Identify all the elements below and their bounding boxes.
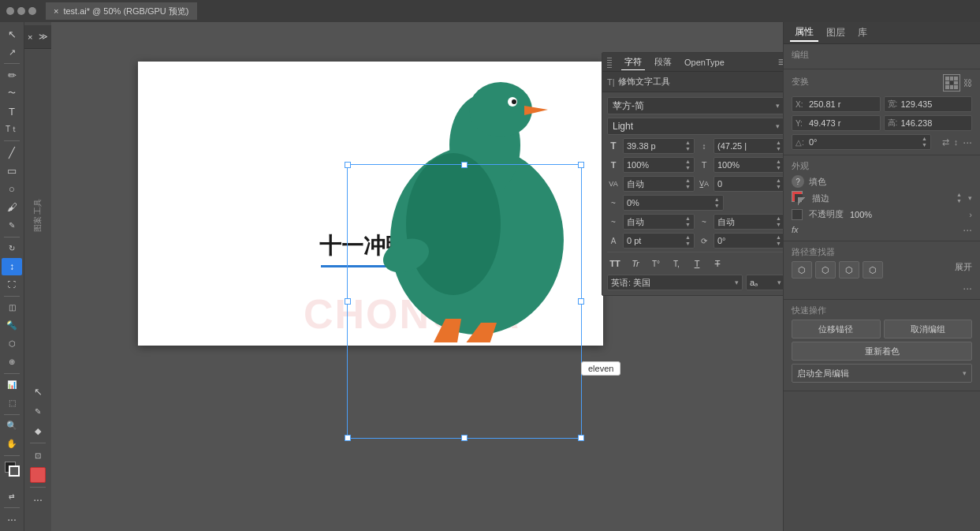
position-btn[interactable]: 位移锚径 bbox=[792, 320, 881, 338]
select-tool[interactable]: ↖ bbox=[2, 25, 22, 43]
baseline-input[interactable]: 0 pt ▲ ▼ bbox=[623, 233, 695, 249]
reflect-tool[interactable]: ↕ bbox=[2, 258, 22, 275]
swap-fill-stroke[interactable]: ⇄ bbox=[2, 488, 22, 505]
auto2-input[interactable]: 自动 ▲ ▼ bbox=[714, 214, 783, 230]
modify-tool-label[interactable]: 修饰文字工具 bbox=[618, 76, 670, 88]
secondary-more[interactable]: ··· bbox=[28, 490, 48, 509]
stroke-up[interactable]: ▲ bbox=[956, 192, 962, 198]
ellipse-tool[interactable]: ○ bbox=[2, 180, 22, 197]
fx-label[interactable]: fx bbox=[792, 225, 799, 234]
blend-tool[interactable]: ⬡ bbox=[2, 335, 22, 353]
font-size-input[interactable]: 39.38 p ▲ ▼ bbox=[623, 138, 695, 154]
leading-down-arrow[interactable]: ▼ bbox=[776, 146, 781, 152]
kerning-input[interactable]: 0 ▲ ▼ bbox=[714, 176, 783, 192]
secondary-view[interactable]: ⊡ bbox=[28, 446, 48, 465]
kerning-down[interactable]: ▼ bbox=[776, 184, 781, 190]
path-unite-btn[interactable]: ⬡ bbox=[792, 261, 812, 279]
handle-bl[interactable] bbox=[345, 435, 351, 441]
type-tool[interactable]: T bbox=[2, 103, 22, 120]
rot-up[interactable]: ▲ bbox=[922, 136, 927, 142]
path-intersect-btn[interactable]: ⬡ bbox=[839, 261, 859, 279]
tab-character[interactable]: 字符 bbox=[621, 54, 645, 70]
link-icon[interactable]: ⛓ bbox=[963, 78, 972, 88]
global-edit-btn[interactable]: 启动全局编辑 ▾ bbox=[792, 364, 972, 383]
secondary-edit[interactable]: ✎ bbox=[28, 402, 48, 421]
panel-close-icon[interactable]: × bbox=[28, 32, 32, 42]
canvas-area[interactable]: 十一冲鸭 CHONGYA bbox=[51, 22, 783, 531]
rect-tool[interactable]: ▭ bbox=[2, 162, 22, 179]
pen-tool[interactable]: ✏ bbox=[2, 66, 22, 84]
reflect-v-icon[interactable]: ↕ bbox=[954, 137, 959, 147]
y-field[interactable]: Y: 49.473 r bbox=[792, 115, 881, 131]
transform-more-icon[interactable]: ··· bbox=[963, 136, 972, 148]
recolor-btn[interactable]: 重新着色 bbox=[792, 342, 972, 361]
kerning-up[interactable]: ▲ bbox=[776, 178, 781, 184]
vscale-down[interactable]: ▼ bbox=[776, 165, 781, 171]
direct-select-tool[interactable]: ↗ bbox=[2, 43, 22, 61]
tab-paragraph[interactable]: 段落 bbox=[651, 54, 675, 69]
rotate-input[interactable]: 0° ▲ ▼ bbox=[714, 233, 783, 249]
window-controls[interactable] bbox=[6, 7, 36, 15]
tab-close-icon[interactable]: × bbox=[54, 6, 58, 16]
v-scale-input[interactable]: 100% ▲ ▼ bbox=[714, 157, 783, 173]
size-down-arrow[interactable]: ▼ bbox=[685, 146, 691, 152]
rotate-tool[interactable]: ↻ bbox=[2, 239, 22, 256]
scale-tool[interactable]: ⛶ bbox=[2, 276, 22, 294]
handle-bc[interactable] bbox=[461, 435, 468, 441]
width-field[interactable]: 宽: 129.435 bbox=[884, 96, 973, 112]
rtab-layers[interactable]: 图层 bbox=[822, 24, 850, 41]
panel-header[interactable]: 字符 段落 OpenType ≡ bbox=[602, 53, 783, 72]
style-tr-btn[interactable]: Tr bbox=[628, 256, 643, 271]
rtab-library[interactable]: 库 bbox=[853, 24, 872, 41]
font-family-select[interactable]: 苹方-简 ▾ bbox=[607, 97, 783, 114]
panel-expand-icon[interactable]: ≫ bbox=[39, 32, 48, 42]
close-dot[interactable] bbox=[6, 7, 14, 15]
tracking-input[interactable]: 自动 ▲ ▼ bbox=[623, 176, 695, 192]
path-minus-btn[interactable]: ⬡ bbox=[815, 261, 836, 279]
language-select[interactable]: 英语: 美国 ▾ bbox=[607, 275, 743, 290]
pathfinder-expand-label[interactable]: 展开 bbox=[955, 261, 972, 279]
tracking-up[interactable]: ▲ bbox=[685, 178, 691, 184]
secondary-anchor[interactable]: ◆ bbox=[28, 421, 48, 440]
pencil-tool[interactable]: ✎ bbox=[2, 216, 22, 234]
minimize-dot[interactable] bbox=[17, 7, 25, 15]
artboard-tool[interactable]: ⬚ bbox=[2, 395, 22, 412]
height-field[interactable]: 高: 146.238 bbox=[884, 115, 973, 131]
curvature-tool[interactable]: 〜 bbox=[2, 84, 22, 102]
percent-input[interactable]: 0% ▲ ▼ bbox=[623, 195, 724, 211]
hscale-down[interactable]: ▼ bbox=[685, 165, 691, 171]
panel-menu-icon[interactable]: ≡ bbox=[778, 55, 783, 69]
secondary-select[interactable]: ↖ bbox=[28, 382, 48, 401]
rtab-properties[interactable]: 属性 bbox=[790, 24, 818, 42]
touch-type-tool[interactable]: Tｔ bbox=[2, 121, 22, 138]
brush-tool[interactable]: 🖌 bbox=[2, 198, 22, 215]
h-scale-input[interactable]: 100% ▲ ▼ bbox=[623, 157, 695, 173]
opacity-expand[interactable]: › bbox=[969, 210, 972, 219]
path-exclude-btn[interactable]: ⬡ bbox=[863, 261, 883, 279]
rotation-field[interactable]: △: 0° ▲ ▼ bbox=[792, 134, 931, 150]
constrain-icon[interactable] bbox=[943, 74, 960, 92]
stroke-down[interactable]: ▼ bbox=[956, 198, 962, 204]
fill-stroke-indicator[interactable] bbox=[2, 458, 22, 476]
rot-down[interactable]: ▼ bbox=[922, 142, 927, 148]
size-up-arrow[interactable]: ▲ bbox=[685, 140, 691, 146]
opacity-checkbox[interactable] bbox=[792, 209, 803, 220]
style-t-btn[interactable]: T bbox=[689, 256, 705, 271]
stroke-chevron[interactable]: ▾ bbox=[968, 194, 972, 202]
symbol-tool[interactable]: ⊕ bbox=[2, 353, 22, 371]
tracking-down[interactable]: ▼ bbox=[685, 184, 691, 190]
tab-opentype[interactable]: OpenType bbox=[681, 56, 728, 69]
font-style-select[interactable]: Light ▾ bbox=[607, 118, 783, 135]
appearance-more[interactable]: ··· bbox=[963, 223, 972, 236]
maximize-dot[interactable] bbox=[28, 7, 36, 15]
more-tools[interactable]: ··· bbox=[2, 510, 22, 528]
style-t-strike-btn[interactable]: T bbox=[710, 256, 725, 271]
hand-tool[interactable]: ✋ bbox=[2, 436, 22, 453]
hscale-up[interactable]: ▲ bbox=[685, 159, 691, 165]
line-tool[interactable]: ╱ bbox=[2, 144, 22, 161]
style-t-sup-btn[interactable]: T° bbox=[648, 256, 664, 271]
leading-input[interactable]: (47.25 | ▲ ▼ bbox=[714, 138, 783, 154]
stroke-indicator[interactable] bbox=[792, 191, 806, 205]
style-t-sub-btn[interactable]: T, bbox=[669, 256, 684, 271]
leading-up-arrow[interactable]: ▲ bbox=[776, 140, 781, 146]
